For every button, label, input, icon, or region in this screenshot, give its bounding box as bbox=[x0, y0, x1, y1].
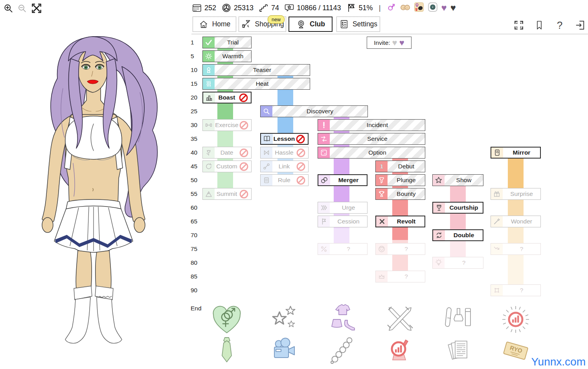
mountain-icon bbox=[203, 188, 215, 199]
invite-heart-purple[interactable]: ♥ bbox=[399, 39, 404, 47]
skill-node-show[interactable]: Show bbox=[432, 174, 483, 186]
gender-heart-icon[interactable] bbox=[210, 303, 243, 336]
skill-node-hassle[interactable]: Hassle bbox=[260, 147, 309, 159]
invite-heart-gray[interactable]: ♥ bbox=[392, 39, 397, 47]
camera-icon[interactable] bbox=[268, 334, 301, 367]
skill-label: Boast bbox=[215, 94, 239, 101]
skill-label: Urge bbox=[330, 204, 367, 211]
status-icons: ♥ ♥ bbox=[387, 2, 456, 14]
weapons-icon[interactable] bbox=[384, 303, 417, 336]
skill-node-custom[interactable]: Custom bbox=[202, 161, 252, 172]
stairs-icon bbox=[259, 3, 269, 13]
skill-label: Debut bbox=[388, 163, 425, 170]
help-icon[interactable]: ? bbox=[554, 19, 566, 31]
skill-node-unknown-75-c[interactable]: ? bbox=[318, 243, 368, 255]
link-icon bbox=[261, 161, 272, 172]
beads-icon[interactable] bbox=[325, 334, 358, 367]
skill-label: ? bbox=[330, 245, 367, 253]
skill-node-warmth[interactable]: Warmth bbox=[202, 50, 252, 62]
skill-label: Bounty bbox=[388, 190, 425, 197]
stars-icon[interactable] bbox=[268, 303, 301, 336]
gender-symbol-icon bbox=[387, 2, 397, 14]
mirror-icon bbox=[491, 148, 503, 158]
cosmetics-icon[interactable] bbox=[441, 303, 474, 336]
tab-settings[interactable]: Settings bbox=[336, 17, 380, 32]
bookmark-icon[interactable] bbox=[533, 19, 545, 31]
skill-node-unknown-75-d[interactable]: ? bbox=[375, 243, 425, 255]
skill-label: Courtship bbox=[445, 204, 483, 211]
skill-node-unknown-75-f[interactable]: ? bbox=[491, 243, 541, 255]
magnifier-icon bbox=[261, 106, 272, 117]
skill-node-boast[interactable]: Boast bbox=[202, 92, 252, 103]
ticket-ryo-icon[interactable]: RYO bbox=[499, 334, 532, 367]
skill-node-heat[interactable]: Heat bbox=[202, 78, 310, 90]
skill-node-unknown-80-e[interactable]: ? bbox=[432, 257, 483, 269]
papers-icon[interactable] bbox=[441, 334, 474, 367]
outfit-icon[interactable] bbox=[325, 303, 358, 336]
zoom-in-icon[interactable] bbox=[3, 3, 14, 15]
blocked-icon bbox=[239, 148, 250, 158]
skill-node-merger[interactable]: Merger bbox=[318, 174, 368, 186]
domino-icon bbox=[318, 147, 330, 158]
chart-icon bbox=[203, 92, 215, 103]
skill-node-courtship[interactable]: Courtship bbox=[432, 202, 483, 214]
keyhole-icon bbox=[203, 65, 215, 76]
skill-node-surprise[interactable]: Surprise bbox=[491, 188, 541, 200]
skill-label: Discovery bbox=[272, 108, 368, 115]
skill-node-date[interactable]: Date bbox=[202, 147, 252, 159]
skill-node-summit[interactable]: Summit bbox=[202, 188, 252, 200]
skill-node-lesson[interactable]: Lesson bbox=[260, 133, 309, 145]
progress-stat: 51% bbox=[346, 3, 373, 13]
skill-node-link[interactable]: Link bbox=[260, 161, 309, 172]
skill-node-service[interactable]: Service bbox=[318, 133, 425, 145]
skill-label: Date bbox=[215, 149, 239, 156]
skill-node-incident[interactable]: Incident bbox=[318, 119, 425, 131]
level-label-40: 40 bbox=[191, 149, 202, 156]
skill-label: ? bbox=[388, 273, 425, 280]
tie-icon[interactable] bbox=[210, 334, 243, 367]
level-label-55: 55 bbox=[191, 190, 202, 197]
tab-home[interactable]: Home bbox=[193, 17, 236, 32]
trophy-icon bbox=[376, 188, 388, 199]
blocked-icon bbox=[239, 162, 250, 172]
invite-box[interactable]: Invite: ♥ ♥ bbox=[367, 37, 412, 49]
burst-chart-icon[interactable] bbox=[499, 303, 532, 336]
skill-node-exercise[interactable]: Exercise bbox=[202, 119, 252, 131]
skill-node-debut[interactable]: 1Debut bbox=[375, 161, 425, 172]
skill-node-teaser[interactable]: Teaser bbox=[202, 64, 310, 76]
skill-node-rule[interactable]: Rule bbox=[260, 174, 309, 186]
skill-label: Incident bbox=[330, 122, 425, 129]
merge-icon bbox=[318, 175, 330, 185]
skill-label: ? bbox=[445, 259, 483, 266]
expand-icon[interactable] bbox=[31, 2, 42, 16]
checkered-flag-icon bbox=[346, 3, 356, 13]
tab-club[interactable]: Club bbox=[288, 17, 333, 32]
skill-label: Link bbox=[272, 163, 296, 170]
skill-node-urge[interactable]: Urge bbox=[318, 202, 368, 214]
level-label-end: End bbox=[191, 305, 202, 312]
skill-node-discovery[interactable]: Discovery bbox=[260, 105, 368, 117]
skill-node-trial[interactable]: Trial bbox=[202, 37, 252, 48]
bulb-icon bbox=[433, 257, 445, 268]
club-skill-tree-screen: 252 25313 74 10866 / 11143 51% | ♥ ♥ bbox=[0, 0, 588, 369]
skill-node-revolt[interactable]: Revolt bbox=[375, 216, 425, 227]
skill-node-bounty[interactable]: Bounty bbox=[375, 188, 425, 200]
skill-node-wonder[interactable]: Wonder bbox=[491, 216, 541, 227]
blocked-icon bbox=[239, 189, 250, 199]
skill-node-unknown-90-f[interactable]: ? bbox=[491, 284, 541, 296]
level-label-25: 25 bbox=[191, 108, 202, 115]
zoom-out-icon[interactable] bbox=[17, 4, 27, 15]
skill-node-option[interactable]: Option bbox=[318, 147, 425, 159]
fullscreen-icon[interactable] bbox=[513, 19, 525, 31]
skill-label: Rule bbox=[272, 177, 296, 184]
skill-node-plunge[interactable]: Plunge bbox=[375, 174, 425, 186]
skill-node-unknown-85-d[interactable]: ? bbox=[375, 271, 425, 282]
cross-icon bbox=[376, 216, 388, 227]
book-icon bbox=[261, 134, 273, 144]
skill-node-mirror[interactable]: Mirror bbox=[491, 147, 541, 159]
skill-node-double[interactable]: Double bbox=[432, 229, 483, 241]
skill-node-cession[interactable]: Cession bbox=[318, 216, 368, 227]
magnifier-chart-icon[interactable] bbox=[384, 334, 417, 367]
exit-icon[interactable] bbox=[574, 19, 586, 31]
level-label-70: 70 bbox=[191, 232, 202, 239]
